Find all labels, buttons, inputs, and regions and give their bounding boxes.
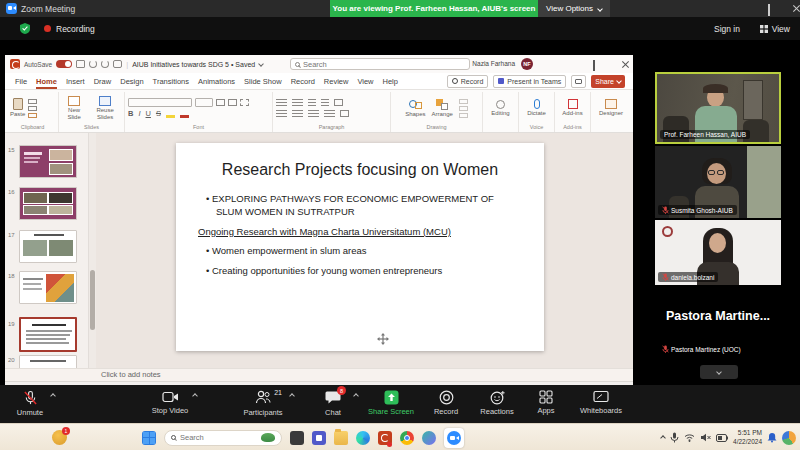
participants-options-chevron[interactable] xyxy=(289,393,295,399)
slide-thumbnail-20[interactable] xyxy=(19,355,77,368)
numbering-icon[interactable] xyxy=(292,99,303,107)
underline-button[interactable]: U xyxy=(146,109,151,118)
menu-home[interactable]: Home xyxy=(36,74,57,89)
view-options-button[interactable]: View Options xyxy=(538,0,610,17)
menu-record[interactable]: Record xyxy=(291,77,315,86)
menu-review[interactable]: Review xyxy=(324,77,349,86)
slide-thumbnail-19-selected[interactable] xyxy=(19,317,77,352)
menu-animations[interactable]: Animations xyxy=(198,77,235,86)
cut-icon[interactable] xyxy=(28,99,37,104)
slide-link-line[interactable]: Ongoing Research with Magna Charta Unive… xyxy=(198,226,522,239)
scrollbar-thumb[interactable] xyxy=(90,270,95,330)
menu-slideshow[interactable]: Slide Show xyxy=(244,77,282,86)
format-painter-icon[interactable] xyxy=(28,113,37,118)
font-color-icon[interactable] xyxy=(180,109,189,118)
current-slide[interactable]: Research Projects focusing on Women EXPL… xyxy=(176,143,544,351)
menu-draw[interactable]: Draw xyxy=(94,77,112,86)
user-avatar[interactable]: NF xyxy=(521,58,533,70)
encryption-shield-icon[interactable] xyxy=(20,23,30,34)
maximize-button[interactable] xyxy=(768,5,770,15)
arrange-button[interactable]: Arrange xyxy=(432,99,453,117)
audio-options-chevron[interactable] xyxy=(50,393,56,399)
share-button[interactable]: Share xyxy=(591,75,625,88)
save-icon[interactable] xyxy=(76,60,85,68)
record-button[interactable]: Record xyxy=(447,75,489,88)
slide-thumbnail-17[interactable] xyxy=(19,230,77,263)
battery-icon[interactable] xyxy=(716,434,728,442)
comments-button[interactable] xyxy=(571,75,586,88)
align-left-icon[interactable] xyxy=(276,110,287,118)
file-explorer-icon[interactable] xyxy=(334,431,348,445)
decrease-font-icon[interactable] xyxy=(228,99,237,106)
taskbar-search-input[interactable] xyxy=(180,433,257,442)
redo-icon[interactable] xyxy=(101,60,109,68)
ppt-search[interactable] xyxy=(290,58,470,70)
video-tile-pastora[interactable]: Pastora Martine... Pastora Martinez (UOC… xyxy=(655,287,781,357)
clear-format-icon[interactable] xyxy=(240,99,249,106)
menu-file[interactable]: File xyxy=(15,77,27,86)
menu-insert[interactable]: Insert xyxy=(66,77,85,86)
menu-help[interactable]: Help xyxy=(383,77,398,86)
rewards-icon[interactable]: 1 xyxy=(52,430,67,445)
wifi-icon[interactable] xyxy=(684,433,695,442)
device-app-icon[interactable] xyxy=(290,431,304,445)
ppt-restore-button[interactable] xyxy=(593,61,595,70)
notes-pane[interactable]: Click to add notes xyxy=(5,368,633,381)
shape-outline-icon[interactable] xyxy=(459,113,468,118)
notification-bell-icon[interactable] xyxy=(767,432,777,443)
recording-label[interactable]: Recording xyxy=(56,24,95,34)
collapse-videos-button[interactable] xyxy=(700,365,738,379)
indent-increase-icon[interactable] xyxy=(321,99,329,107)
undo-icon[interactable] xyxy=(89,60,97,68)
bullets-icon[interactable] xyxy=(276,99,287,107)
reuse-slides-button[interactable]: Reuse Slides xyxy=(89,96,121,120)
slide-thumbnail-18[interactable] xyxy=(19,271,77,304)
edge-icon[interactable] xyxy=(356,431,370,445)
highlight-color-icon[interactable] xyxy=(166,109,175,118)
video-options-chevron[interactable] xyxy=(192,393,198,399)
menu-design[interactable]: Design xyxy=(120,77,143,86)
line-spacing-icon[interactable] xyxy=(334,99,343,106)
video-tile-daniela[interactable]: daniela.bolzani xyxy=(655,220,781,285)
zoom-taskbar-icon-active[interactable] xyxy=(444,428,464,448)
paste-button[interactable]: Paste xyxy=(10,98,25,117)
view-button[interactable]: View xyxy=(760,24,790,34)
editing-button[interactable]: Editing xyxy=(491,100,509,116)
slide-thumbnail-15[interactable] xyxy=(19,145,77,178)
columns-icon[interactable] xyxy=(340,110,349,117)
designer-button[interactable]: Designer xyxy=(599,99,623,116)
increase-font-icon[interactable] xyxy=(216,99,225,106)
thumbnail-scrollbar[interactable] xyxy=(89,133,96,368)
menu-view[interactable]: View xyxy=(357,77,373,86)
font-size-box[interactable] xyxy=(195,98,213,107)
start-button[interactable] xyxy=(142,431,156,445)
chrome-icon[interactable] xyxy=(400,431,414,445)
autosave-toggle[interactable] xyxy=(56,60,72,68)
add-ins-button[interactable]: Add-ins xyxy=(562,99,582,116)
speaker-muted-icon[interactable] xyxy=(700,433,711,442)
slide-title[interactable]: Research Projects focusing on Women xyxy=(176,161,544,179)
slide-bullet-3[interactable]: Creating opportunities for young women e… xyxy=(206,265,522,278)
quick-styles-icon[interactable] xyxy=(459,99,468,104)
menu-transitions[interactable]: Transitions xyxy=(153,77,189,86)
new-slide-button[interactable]: New Slide xyxy=(62,96,86,120)
align-right-icon[interactable] xyxy=(308,110,319,118)
whiteboards-button[interactable]: Whiteboards xyxy=(564,390,638,415)
copilot-icon[interactable] xyxy=(422,431,436,445)
powerpoint-taskbar-icon[interactable] xyxy=(378,431,392,445)
indent-decrease-icon[interactable] xyxy=(308,99,316,107)
copy-icon[interactable] xyxy=(28,106,37,111)
video-tile-farheen[interactable]: Prof. Farheen Hassan, AIUB xyxy=(655,72,781,144)
slide-bullet-2[interactable]: Women empowerment in slum areas xyxy=(206,245,522,258)
font-name-box[interactable] xyxy=(128,98,192,107)
present-in-teams-button[interactable]: Present in Teams xyxy=(493,75,566,88)
italic-button[interactable]: I xyxy=(138,109,140,118)
shapes-button[interactable]: Shapes xyxy=(405,99,425,117)
ppt-search-input[interactable] xyxy=(303,60,465,69)
stop-video-button[interactable]: Stop Video xyxy=(133,390,207,415)
teams-icon[interactable] xyxy=(312,431,326,445)
unmute-button[interactable]: Unmute xyxy=(0,390,67,417)
document-title[interactable]: AIUB Initiatives towards SDG 5 • Saved xyxy=(132,61,255,68)
taskbar-search[interactable] xyxy=(164,430,282,446)
dictate-button[interactable]: Dictate xyxy=(527,99,546,116)
